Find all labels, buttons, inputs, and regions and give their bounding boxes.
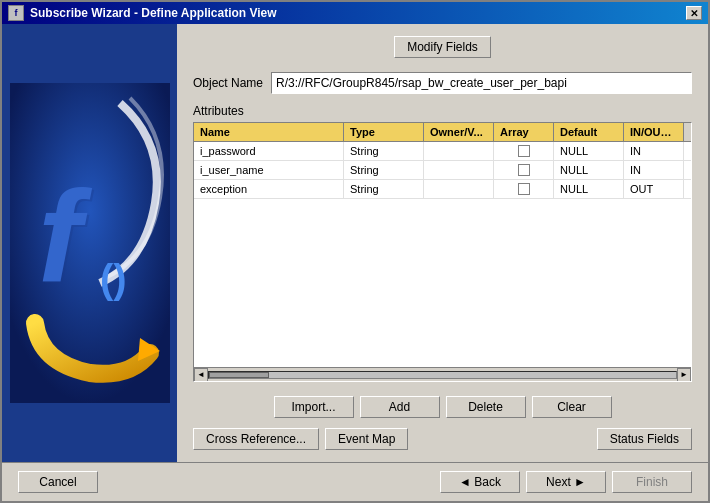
bottom-right-buttons: Status Fields — [597, 428, 692, 450]
cell-default: NULL — [554, 180, 624, 198]
footer: Cancel ◄ Back Next ► Finish — [2, 462, 708, 501]
checkbox[interactable] — [518, 183, 530, 195]
status-fields-button[interactable]: Status Fields — [597, 428, 692, 450]
cell-default: NULL — [554, 142, 624, 160]
col-header-default: Default — [554, 123, 624, 141]
table-header: Name Type Owner/V... Array Default IN/OU… — [194, 123, 691, 142]
close-button[interactable]: ✕ — [686, 6, 702, 20]
checkbox[interactable] — [518, 164, 530, 176]
action-buttons: Import... Add Delete Clear — [193, 396, 692, 418]
checkbox[interactable] — [518, 145, 530, 157]
col-header-inout: IN/OUT/I... — [624, 123, 684, 141]
cell-inout: OUT — [624, 180, 684, 198]
cell-name: i_user_name — [194, 161, 344, 179]
svg-text:(): () — [100, 257, 127, 301]
window-title: Subscribe Wizard - Define Application Vi… — [30, 6, 277, 20]
left-panel: f f () — [2, 24, 177, 462]
cell-type: String — [344, 142, 424, 160]
scroll-right-arrow[interactable]: ► — [677, 368, 691, 382]
object-name-input[interactable] — [271, 72, 692, 94]
cell-array — [494, 161, 554, 179]
cell-owner — [424, 161, 494, 179]
modify-fields-button[interactable]: Modify Fields — [394, 36, 491, 58]
object-name-row: Object Name — [193, 72, 692, 94]
clear-button[interactable]: Clear — [532, 396, 612, 418]
right-panel: Modify Fields Object Name Attributes Nam… — [177, 24, 708, 462]
cancel-button[interactable]: Cancel — [18, 471, 98, 493]
title-bar: f Subscribe Wizard - Define Application … — [2, 2, 708, 24]
attributes-section: Attributes Name Type Owner/V... Array De… — [193, 104, 692, 382]
event-map-button[interactable]: Event Map — [325, 428, 408, 450]
cross-reference-button[interactable]: Cross Reference... — [193, 428, 319, 450]
table-row[interactable]: i_password String NULL IN — [194, 142, 691, 161]
window-icon: f — [8, 5, 24, 21]
cell-type: String — [344, 180, 424, 198]
horizontal-scrollbar[interactable]: ◄ ► — [194, 367, 691, 381]
cell-array — [494, 142, 554, 160]
content-area: f f () Modify Fields Object Name A — [2, 24, 708, 462]
cell-name: exception — [194, 180, 344, 198]
col-header-name: Name — [194, 123, 344, 141]
title-bar-left: f Subscribe Wizard - Define Application … — [8, 5, 277, 21]
back-button[interactable]: ◄ Back — [440, 471, 520, 493]
attributes-label: Attributes — [193, 104, 692, 118]
col-header-array: Array — [494, 123, 554, 141]
cell-inout: IN — [624, 142, 684, 160]
main-window: f Subscribe Wizard - Define Application … — [0, 0, 710, 503]
cell-array — [494, 180, 554, 198]
top-section: Modify Fields — [193, 36, 692, 58]
finish-button[interactable]: Finish — [612, 471, 692, 493]
cell-default: NULL — [554, 161, 624, 179]
table-row[interactable]: i_user_name String NULL IN — [194, 161, 691, 180]
table-row[interactable]: exception String NULL OUT — [194, 180, 691, 199]
table-body: i_password String NULL IN i_user_name St… — [194, 142, 691, 367]
col-header-type: Type — [344, 123, 424, 141]
cell-inout: IN — [624, 161, 684, 179]
object-name-label: Object Name — [193, 76, 263, 90]
next-button[interactable]: Next ► — [526, 471, 606, 493]
footer-right-buttons: ◄ Back Next ► Finish — [440, 471, 692, 493]
col-header-owner: Owner/V... — [424, 123, 494, 141]
add-button[interactable]: Add — [360, 396, 440, 418]
left-panel-graphic: f f () — [10, 83, 170, 403]
scrollbar-track[interactable] — [208, 371, 677, 379]
attributes-table: Name Type Owner/V... Array Default IN/OU… — [193, 122, 692, 382]
cell-owner — [424, 142, 494, 160]
bottom-section-buttons: Cross Reference... Event Map Status Fiel… — [193, 428, 692, 450]
scroll-left-arrow[interactable]: ◄ — [194, 368, 208, 382]
cell-owner — [424, 180, 494, 198]
bottom-left-buttons: Cross Reference... Event Map — [193, 428, 408, 450]
import-button[interactable]: Import... — [274, 396, 354, 418]
cell-name: i_password — [194, 142, 344, 160]
cell-type: String — [344, 161, 424, 179]
delete-button[interactable]: Delete — [446, 396, 526, 418]
